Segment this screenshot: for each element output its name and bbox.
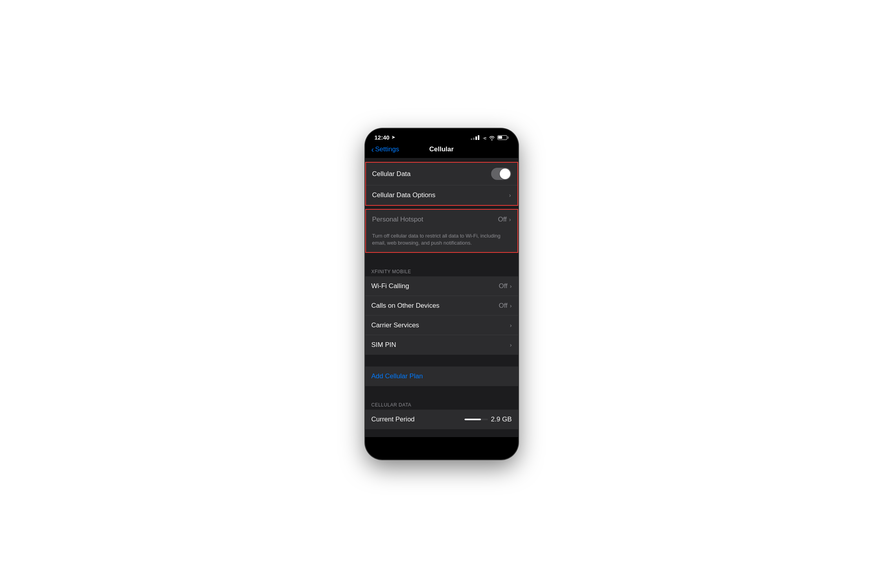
hotspot-note: Turn off cellular data to restrict all d… bbox=[366, 229, 517, 252]
nav-bar: ‹ Settings Cellular bbox=[365, 144, 518, 158]
carrier-services-label: Carrier Services bbox=[371, 321, 419, 329]
personal-hotspot-chevron-icon: › bbox=[509, 216, 511, 223]
personal-hotspot-value: Off bbox=[498, 216, 506, 223]
time-display: 12:40 bbox=[375, 134, 390, 141]
cellular-data-item[interactable]: Cellular Data bbox=[366, 163, 517, 185]
cellular-data-highlight-group: Cellular Data Cellular Data Options › bbox=[365, 162, 518, 206]
sim-pin-item[interactable]: SIM PIN › bbox=[365, 335, 518, 355]
cellular-data-options-right: › bbox=[509, 192, 511, 198]
progress-bar-fill bbox=[464, 419, 481, 420]
current-period-progress-bar bbox=[464, 419, 488, 420]
status-time: 12:40 ➤ bbox=[375, 134, 395, 141]
status-icons: 𝈞 bbox=[471, 134, 509, 141]
wifi-icon: 𝈞 bbox=[482, 134, 495, 141]
calls-other-devices-item[interactable]: Calls on Other Devices Off › bbox=[365, 296, 518, 316]
cellular-data-options-item[interactable]: Cellular Data Options › bbox=[366, 185, 517, 205]
add-cellular-plan-group: Add Cellular Plan bbox=[365, 367, 518, 386]
wifi-calling-value: Off bbox=[499, 282, 507, 290]
sim-pin-right: › bbox=[510, 342, 512, 348]
current-period-right: 2.9 GB bbox=[464, 416, 512, 423]
content-area: Cellular Data Cellular Data Options › Pe… bbox=[365, 158, 518, 437]
page-title: Cellular bbox=[429, 145, 453, 153]
phone-frame: 12:40 ➤ 𝈞 bbox=[365, 129, 518, 459]
wifi-calling-chevron-icon: › bbox=[510, 283, 512, 289]
cellular-data-label: Cellular Data bbox=[372, 170, 411, 178]
back-label: Settings bbox=[375, 145, 399, 153]
status-bar: 12:40 ➤ 𝈞 bbox=[365, 129, 518, 144]
calls-other-devices-label: Calls on Other Devices bbox=[371, 302, 440, 310]
signal-bars bbox=[471, 135, 479, 140]
sim-pin-chevron-icon: › bbox=[510, 342, 512, 348]
current-period-item[interactable]: Current Period 2.9 GB bbox=[365, 410, 518, 429]
cellular-data-section-header: CELLULAR DATA bbox=[365, 398, 518, 410]
carrier-services-right: › bbox=[510, 322, 512, 328]
add-cellular-plan-label: Add Cellular Plan bbox=[371, 372, 423, 380]
battery-icon bbox=[497, 135, 509, 140]
toggle-knob bbox=[500, 169, 510, 179]
personal-hotspot-label: Personal Hotspot bbox=[372, 216, 423, 223]
personal-hotspot-highlight-group: Personal Hotspot Off › Turn off cellular… bbox=[365, 209, 518, 253]
chevron-icon: › bbox=[509, 192, 511, 198]
personal-hotspot-right: Off › bbox=[498, 216, 511, 223]
carrier-services-item[interactable]: Carrier Services › bbox=[365, 316, 518, 335]
back-chevron-icon: ‹ bbox=[371, 145, 374, 153]
xfinity-section-header: XFINITY MOBILE bbox=[365, 265, 518, 276]
xfinity-header-text: XFINITY MOBILE bbox=[371, 269, 411, 274]
cellular-data-options-label: Cellular Data Options bbox=[372, 191, 436, 199]
wifi-calling-label: Wi-Fi Calling bbox=[371, 282, 409, 290]
calls-other-devices-right: Off › bbox=[499, 302, 512, 310]
cellular-data-toggle[interactable] bbox=[491, 168, 511, 180]
personal-hotspot-item[interactable]: Personal Hotspot Off › bbox=[366, 210, 517, 229]
cellular-data-items-group: Current Period 2.9 GB bbox=[365, 410, 518, 429]
calls-other-devices-value: Off bbox=[499, 302, 507, 310]
location-icon: ➤ bbox=[391, 135, 395, 140]
current-period-size: 2.9 GB bbox=[491, 416, 512, 423]
carrier-services-chevron-icon: › bbox=[510, 322, 512, 328]
cellular-data-header-text: CELLULAR DATA bbox=[371, 402, 411, 408]
back-button[interactable]: ‹ Settings bbox=[371, 145, 399, 153]
xfinity-items-group: Wi-Fi Calling Off › Calls on Other Devic… bbox=[365, 276, 518, 355]
calls-other-devices-chevron-icon: › bbox=[510, 303, 512, 309]
wifi-calling-item[interactable]: Wi-Fi Calling Off › bbox=[365, 276, 518, 296]
wifi-calling-right: Off › bbox=[499, 282, 512, 290]
add-cellular-plan-item[interactable]: Add Cellular Plan bbox=[365, 367, 518, 386]
sim-pin-label: SIM PIN bbox=[371, 341, 396, 349]
current-period-label: Current Period bbox=[371, 416, 415, 423]
